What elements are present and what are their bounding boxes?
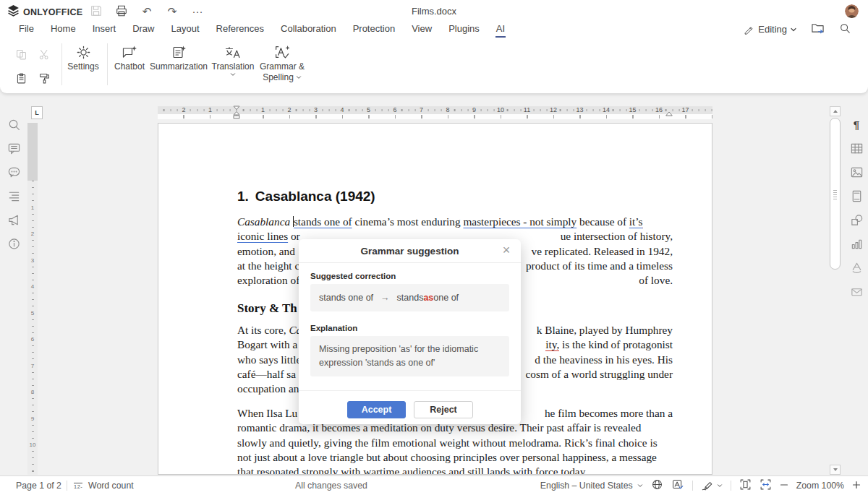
menu-view[interactable]: View (411, 22, 433, 38)
ai-toolbar: Settings Chatbot Summarization (0, 38, 868, 93)
save-icon[interactable] (89, 4, 103, 18)
grammar-spelling-button[interactable]: Grammar & Spelling (250, 45, 315, 82)
language-label: English – United States (540, 481, 633, 491)
paste-icon[interactable] (15, 72, 28, 85)
dialog-header[interactable]: Grammar suggestion × (299, 239, 521, 263)
pencil-icon (744, 24, 754, 35)
reject-button[interactable]: Reject (414, 401, 473, 418)
ruler-number: 13 (574, 106, 584, 114)
menu-draw[interactable]: Draw (132, 22, 155, 38)
zoom-out-button[interactable] (780, 481, 788, 491)
avatar[interactable] (845, 4, 859, 18)
format-painter-icon[interactable] (38, 72, 51, 85)
explanation-box: Missing preposition 'as' for the idiomat… (310, 336, 509, 376)
mail-merge-icon[interactable] (849, 284, 864, 298)
ruler-number: 1 (260, 106, 266, 114)
menu-protection[interactable]: Protection (352, 22, 396, 38)
text-art-settings-icon[interactable] (849, 260, 864, 275)
ruler-number: 6 (391, 106, 398, 114)
ruler-number: 3 (312, 106, 319, 114)
word-count-icon: 12- (74, 476, 82, 495)
open-file-location-icon[interactable] (811, 22, 825, 37)
document-language-icon[interactable] (651, 478, 663, 493)
doc-line: that resonated strongly with wartime aud… (237, 465, 673, 475)
fit-width-icon[interactable] (760, 478, 772, 493)
doc-heading-2: Story & Th (237, 301, 297, 316)
chart-settings-icon[interactable] (849, 236, 864, 251)
horizontal-ruler[interactable]: 211234567891011121314151617 (158, 106, 712, 119)
fit-page-icon[interactable] (739, 478, 752, 493)
feedback-icon[interactable] (7, 212, 21, 227)
chevron-down-icon (296, 76, 302, 79)
app-window: ONLYOFFICE ↶ ↷ ··· Films.docx File Home … (0, 0, 868, 495)
menu-ai[interactable]: AI (495, 22, 506, 38)
table-settings-icon[interactable] (849, 141, 864, 155)
paragraph-settings-icon[interactable]: ¶ (849, 117, 864, 132)
chat-icon[interactable] (7, 165, 21, 179)
chatbot-label: Chatbot (114, 62, 145, 71)
image-settings-icon[interactable] (849, 165, 864, 179)
translation-icon (224, 45, 242, 60)
menu-insert[interactable]: Insert (92, 22, 117, 38)
gear-icon (76, 45, 91, 60)
ruler-number: 4 (339, 106, 345, 114)
explanation-label: Explanation (310, 324, 357, 332)
logo-text: ONLYOFFICE (23, 7, 82, 17)
editing-mode-selector[interactable]: Editing (744, 24, 796, 35)
chevron-down-icon (637, 484, 643, 488)
doc-heading-1: 1.Casablanca (1942) (237, 189, 375, 205)
language-selector[interactable]: English – United States (540, 476, 643, 495)
shape-settings-icon[interactable] (849, 212, 864, 227)
ruler-number: 9 (27, 415, 38, 421)
ruler-number: 14 (601, 106, 611, 114)
menu-file[interactable]: File (18, 22, 35, 38)
left-sidebar (0, 106, 27, 475)
menu-plugins[interactable]: Plugins (448, 22, 480, 38)
undo-icon[interactable]: ↶ (140, 4, 154, 18)
ruler-number: 4 (27, 283, 38, 290)
scroll-up-button[interactable] (830, 106, 841, 116)
about-icon[interactable] (7, 236, 21, 251)
scrollbar-thumb[interactable] (830, 118, 841, 270)
doc-line: slowly and quietly, giving the film emot… (237, 436, 673, 450)
correction-box: stands one of→stands as one of (310, 284, 509, 311)
tab-stop-selector[interactable]: L (31, 106, 43, 119)
accept-button[interactable]: Accept (347, 401, 406, 418)
more-actions-icon[interactable]: ··· (190, 4, 205, 18)
header-footer-settings-icon[interactable] (849, 189, 864, 203)
print-icon[interactable] (114, 4, 129, 18)
vertical-ruler[interactable]: 12345678910 (27, 123, 38, 475)
zoom-level[interactable]: Zoom 100% (796, 481, 844, 491)
spell-check-icon[interactable] (671, 478, 684, 493)
statusbar-divider (731, 481, 731, 491)
redo-icon[interactable]: ↷ (165, 4, 179, 18)
suggested-correction-label: Suggested correction (310, 272, 396, 280)
indent-marker-left[interactable] (233, 106, 240, 119)
menu-layout[interactable]: Layout (171, 22, 200, 38)
ruler-number: 2 (180, 106, 187, 114)
menu-home[interactable]: Home (50, 22, 77, 38)
save-status: All changes saved (295, 476, 367, 495)
ruler-number: 17 (680, 106, 690, 114)
find-icon[interactable] (7, 117, 21, 132)
close-icon[interactable]: × (499, 243, 514, 257)
track-changes-toggle[interactable] (701, 480, 723, 491)
menu-references[interactable]: References (216, 22, 265, 38)
word-count-button[interactable]: Word count (88, 476, 134, 495)
ruler-number: 1 (27, 204, 38, 210)
scroll-down-button[interactable] (830, 465, 841, 475)
cut-icon (38, 48, 51, 61)
ruler-number: 8 (27, 389, 38, 395)
comments-icon[interactable] (7, 141, 21, 155)
menu-collaboration[interactable]: Collaboration (280, 22, 337, 38)
indent-marker-right[interactable] (665, 111, 673, 119)
zoom-in-button[interactable] (852, 481, 861, 491)
page-indicator[interactable]: Page 1 of 2 (16, 476, 61, 495)
ruler-number: 2 (27, 231, 38, 237)
statusbar-divider (67, 481, 67, 491)
search-icon[interactable] (839, 22, 851, 37)
statusbar-divider (692, 481, 693, 491)
headings-navigation-icon[interactable] (7, 189, 21, 203)
quick-access-toolbar: ↶ ↷ ··· (89, 3, 205, 19)
ruler-number: 11 (522, 106, 532, 114)
